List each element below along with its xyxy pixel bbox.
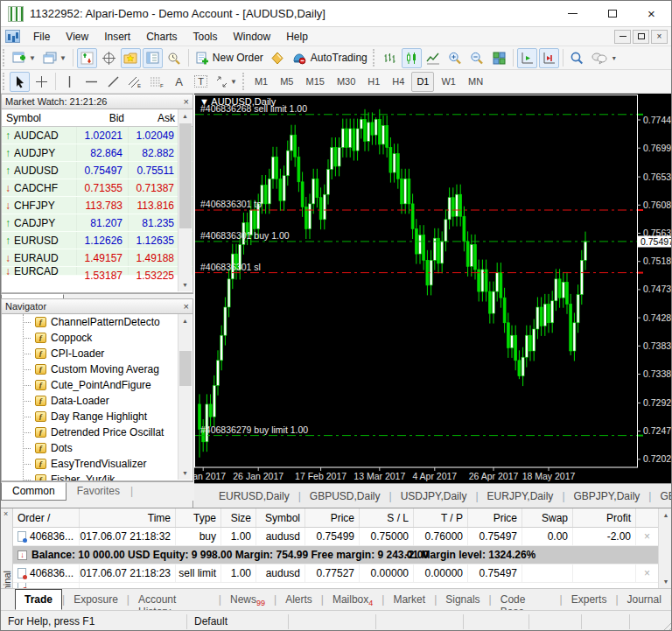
market-watch-row[interactable]: ↑AUDJPY 82.864 82.882 [2,144,192,162]
child-minimize-button[interactable] [614,30,631,44]
zoom-in-button[interactable] [445,48,466,68]
chart-tab[interactable]: GBPJPY,Daily [565,490,649,502]
horizontal-line-button[interactable] [81,72,102,92]
trendline-button[interactable] [103,72,123,92]
navigator-item[interactable]: ƒ Detrended Price Oscillat [2,424,192,440]
terminal-scrollbar[interactable]: ▲ ▼ [658,508,672,588]
chart-symbol-label[interactable]: ▼ AUDUSD,Daily [200,96,276,107]
profiles-button[interactable]: ▼ [40,48,69,68]
status-profile[interactable]: Default [187,614,289,629]
close-order-icon[interactable]: × [636,564,658,582]
column-header[interactable]: Order / [13,508,80,527]
navigator-scrollbar[interactable]: ▲ ▼ [178,314,192,480]
terminal-tab-journal[interactable]: Journal [619,590,670,609]
navigator-item[interactable]: ƒ Coppock [2,330,192,346]
maximize-button[interactable] [592,1,632,26]
tile-windows-button[interactable] [489,48,509,68]
toolbar-grip[interactable] [242,73,247,90]
navigator-item[interactable]: ƒ Cute_PointAndFigure [2,377,192,393]
timeframe-m15-button[interactable]: M15 [300,72,329,92]
community-button[interactable] [589,48,610,68]
bar-chart-button[interactable] [380,48,400,68]
column-bid[interactable]: Bid [77,109,129,126]
order-row[interactable]: 406836...2017.06.07 21:18:23sell limit1.… [13,564,658,583]
column-header[interactable]: Time [80,508,176,527]
market-watch-row[interactable]: ↑AUDCAD 1.02021 1.02049 [2,127,192,144]
menu-window[interactable]: Window [226,28,279,46]
column-header[interactable]: T / P [414,508,468,527]
chart-tab[interactable]: GBPUSD,Daily [301,490,389,502]
vertical-line-button[interactable] [60,72,80,92]
autotrading-button[interactable]: AutoTrading [290,48,370,68]
minimize-button[interactable] [553,1,592,26]
market-watch-button[interactable] [77,48,97,68]
chart-tab[interactable]: GBP( [651,490,672,502]
toolbar-grip[interactable] [3,73,7,90]
menu-tools[interactable]: Tools [186,28,226,46]
menu-charts[interactable]: Charts [138,28,185,46]
crosshair-button[interactable] [32,72,52,92]
terminal-close-icon[interactable]: × [4,509,8,518]
navigator-item[interactable]: ƒ CPI-Loader [2,346,192,361]
timeframe-d1-button[interactable]: D1 [411,72,434,92]
metaeditor-button[interactable] [268,48,288,68]
timeframe-m5-button[interactable]: M5 [275,72,298,92]
chart-canvas[interactable]: #406836268 sell limit 1.00#406836301 tp#… [194,94,672,483]
timeframe-w1-button[interactable]: W1 [436,72,461,92]
terminal-tab-mailbox[interactable]: Mailbox4 [324,590,382,611]
navigator-item[interactable]: ƒ ChannelPatternDetecto [2,314,192,330]
equidistant-channel-button[interactable]: E [125,72,145,92]
market-watch-close-icon[interactable]: × [184,96,189,107]
market-watch-row[interactable]: ↑AUDUSD 0.75497 0.75511 [2,162,192,179]
line-chart-button[interactable] [424,48,444,68]
cursor-button[interactable] [10,72,30,92]
chart-tab[interactable]: EURJPY,Daily [479,490,563,502]
terminal-tab-news[interactable]: News99 [221,590,274,611]
timeframe-mn-button[interactable]: MN [463,72,488,92]
text-button[interactable]: A [169,72,189,92]
menu-help[interactable]: Help [278,28,316,46]
strategy-tester-button[interactable] [164,48,185,68]
scroll-up-icon[interactable]: ▲ [659,508,672,522]
scroll-down-icon[interactable]: ▼ [659,575,672,588]
column-symbol[interactable]: Symbol [2,109,77,126]
close-order-icon[interactable]: × [636,528,658,545]
resize-grip[interactable] [661,620,672,631]
timeframe-h1-button[interactable]: H1 [362,72,385,92]
data-window-button[interactable] [99,48,119,68]
column-header[interactable]: Swap [522,508,573,527]
scroll-up-icon[interactable]: ▲ [178,314,192,327]
menu-view[interactable]: View [58,28,96,46]
menu-insert[interactable]: Insert [96,28,138,46]
market-watch-row[interactable]: ↑CADJPY 81.207 81.235 [2,214,192,232]
market-watch-scrollbar[interactable]: ▲ ▼ [178,109,192,291]
order-row[interactable]: 406836...2017.06.07 21:18:32buy1.00audus… [13,528,658,546]
toolbar-overflow-icon[interactable]: ▾ [612,54,616,62]
column-header[interactable]: Price [468,508,522,527]
market-watch-row[interactable]: ↑EURUSD 1.12626 1.12635 [2,232,192,249]
navigator-item[interactable]: ƒ Day Range Highlight [2,409,192,424]
timeframe-h4-button[interactable]: H4 [387,72,410,92]
fibonacci-button[interactable]: F [147,72,167,92]
navigator-item[interactable]: ƒ Fisher_Yur4ik [2,472,192,481]
terminal-tab-signals[interactable]: Signals [437,590,488,609]
timeframe-m30-button[interactable]: M30 [332,72,360,92]
tab-favorites[interactable]: Favorites [66,483,130,500]
market-watch-row[interactable]: ↓EURCAD 1.53187 1.53225 [2,267,192,276]
terminal-tab-market[interactable]: Market [384,590,434,609]
navigator-item[interactable]: ƒ Dots [2,440,192,456]
chart-shift-button[interactable] [539,48,559,68]
navigator-item[interactable]: ƒ Custom Moving Averag [2,361,192,377]
new-chart-button[interactable]: ▼ [10,48,38,68]
new-order-button[interactable]: New Order [192,48,266,68]
text-label-button[interactable]: T [191,72,211,92]
chart-tab[interactable]: EURUSD,Daily [210,490,298,502]
terminal-tab-experts[interactable]: Experts [563,590,616,609]
column-header[interactable]: Price [305,508,360,527]
arrows-button[interactable]: ▼ [213,72,240,92]
column-header[interactable]: Profit [573,508,636,527]
navigator-item[interactable]: ƒ Data-Loader [2,393,192,409]
toolbar-grip[interactable] [373,49,377,67]
column-header[interactable]: Symbol [256,508,305,527]
column-header[interactable]: Size [221,508,256,527]
